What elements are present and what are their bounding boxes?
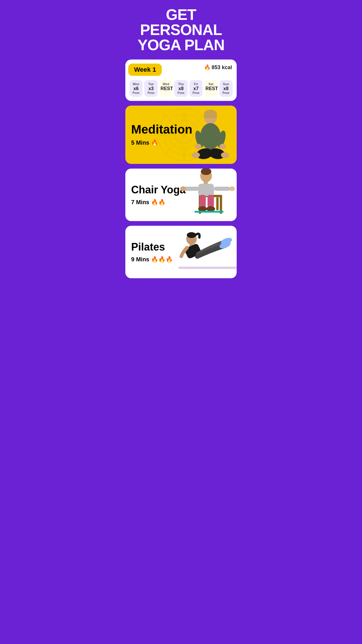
kcal-flame-icon: 🔥 xyxy=(204,64,210,71)
day-cell-wed[interactable]: WedREST xyxy=(159,80,173,97)
day-pose-label: Pose xyxy=(145,91,156,94)
svg-rect-37 xyxy=(208,195,214,208)
day-pose-label: Pose xyxy=(191,91,201,94)
hero-title-line1: GET PERSONAL xyxy=(140,6,222,38)
day-name: Sun xyxy=(221,82,231,86)
week-badge: Week 1 xyxy=(128,64,162,76)
day-cell-sun[interactable]: Sunx8Pose xyxy=(219,80,233,97)
svg-rect-31 xyxy=(198,184,214,196)
day-cell-mon[interactable]: Monx6Pose xyxy=(129,80,143,97)
day-count: x7 xyxy=(191,86,201,91)
svg-point-14 xyxy=(200,123,221,149)
svg-point-35 xyxy=(229,186,235,191)
pilates-card[interactable]: Pilates 9 Mins 🔥🔥🔥 xyxy=(125,226,237,278)
svg-point-18 xyxy=(219,144,226,149)
day-grid: Monx6PoseTuex3PoseWedRESTThux8PoseFrix7P… xyxy=(129,80,233,97)
svg-point-34 xyxy=(180,186,186,191)
day-name: Thu xyxy=(175,82,186,86)
meditation-person-illustration xyxy=(184,108,237,164)
week-card[interactable]: Week 1 🔥 853 kcal Monx6PoseTuex3PoseWedR… xyxy=(125,60,237,101)
pilates-illustration xyxy=(178,229,237,275)
kcal-display: 🔥 853 kcal xyxy=(204,64,232,71)
svg-rect-47 xyxy=(178,267,237,269)
day-count: REST xyxy=(161,86,171,91)
svg-rect-33 xyxy=(214,187,230,191)
hero-title: GET PERSONAL YOGA PLAN xyxy=(125,7,237,52)
svg-point-38 xyxy=(198,206,207,211)
svg-rect-26 xyxy=(216,197,219,210)
day-cell-thu[interactable]: Thux8Pose xyxy=(174,80,187,97)
day-pose-label: Pose xyxy=(131,91,141,94)
day-name: Wed xyxy=(161,82,171,86)
day-pose-label: Pose xyxy=(175,91,186,94)
hero-title-line2: YOGA PLAN xyxy=(138,36,224,53)
kcal-value: 853 kcal xyxy=(212,64,232,71)
meditation-card[interactable]: Meditation 5 Mins 🔥 xyxy=(125,106,237,164)
page-container: GET PERSONAL YOGA PLAN Week 1 🔥 853 kcal… xyxy=(121,0,241,290)
chair-yoga-flame: 🔥🔥 xyxy=(151,199,166,205)
day-cell-sat[interactable]: SatREST xyxy=(204,80,217,97)
day-cell-tue[interactable]: Tuex3Pose xyxy=(144,80,157,97)
day-name: Sat xyxy=(205,82,216,86)
day-pose-label: Pose xyxy=(221,91,231,94)
pilates-flame: 🔥🔥🔥 xyxy=(151,256,173,262)
day-count: x6 xyxy=(131,86,141,91)
day-count: REST xyxy=(205,86,216,91)
day-count: x3 xyxy=(145,86,156,91)
meditation-flame: 🔥 xyxy=(151,139,158,146)
svg-rect-40 xyxy=(194,211,224,213)
day-name: Fri xyxy=(191,82,201,86)
svg-point-39 xyxy=(206,206,215,211)
day-name: Tue xyxy=(145,82,156,86)
svg-rect-36 xyxy=(199,195,206,208)
day-count: x8 xyxy=(221,86,231,91)
svg-point-17 xyxy=(195,144,201,149)
chair-yoga-card[interactable]: Chair Yoga 7 Mins 🔥🔥 xyxy=(125,169,237,221)
day-count: x8 xyxy=(175,86,186,91)
day-cell-fri[interactable]: Frix7Pose xyxy=(189,80,203,97)
day-name: Mon xyxy=(131,82,141,86)
chair-yoga-illustration xyxy=(178,169,237,221)
svg-rect-12 xyxy=(204,113,217,118)
